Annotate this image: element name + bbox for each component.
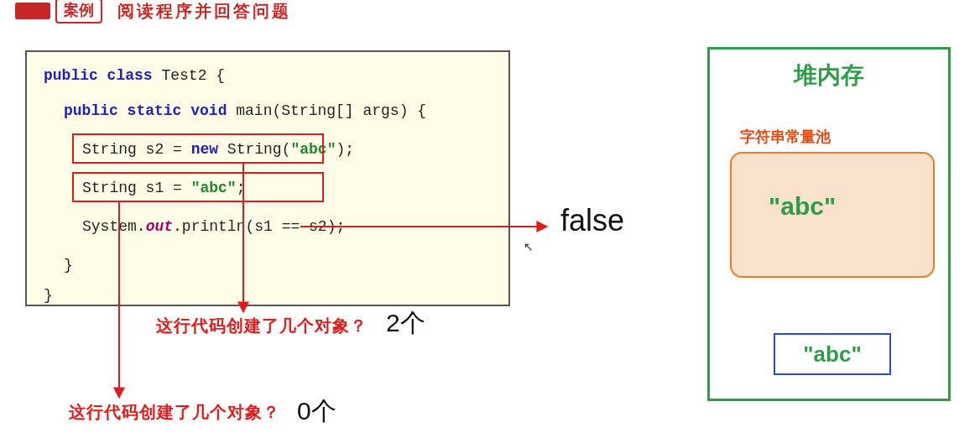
question-2-text: 这行代码创建了几个对象？ — [69, 401, 280, 424]
string-pool-label: 字符串常量池 — [740, 127, 831, 147]
question-1-text: 这行代码创建了几个对象？ — [156, 315, 368, 337]
cursor-icon: ↖ — [524, 240, 534, 253]
title-badge: 案例 — [55, 0, 102, 23]
heap-title: 堆内存 — [710, 60, 948, 91]
code-line-1: public class Test2 { — [44, 67, 225, 84]
code-line-5: System.out.println(s1 == s2); — [82, 218, 345, 235]
question-1-answer: 2个 — [386, 306, 425, 341]
highlight-frame-line3 — [72, 133, 324, 164]
question-2-answer: 0个 — [297, 394, 336, 429]
heap-object-value: "abc" — [803, 342, 861, 368]
highlight-frame-line4 — [72, 172, 324, 202]
heap-panel: 堆内存 字符串常量池 "abc" "abc" — [707, 47, 951, 401]
code-brace-inner: } — [64, 257, 73, 274]
slide-title: 案例 阅读程序并回答问题 — [15, 0, 291, 23]
title-text: 阅读程序并回答问题 — [117, 0, 291, 23]
code-panel: public class Test2 { public static void … — [25, 50, 510, 306]
heap-object-box: "abc" — [774, 333, 891, 375]
result-false: false — [560, 203, 624, 238]
string-pool-value: "abc" — [769, 192, 836, 221]
title-accent-box — [15, 3, 50, 19]
code-brace-outer: } — [44, 287, 53, 304]
code-line-2: public static void main(String[] args) { — [64, 102, 426, 119]
